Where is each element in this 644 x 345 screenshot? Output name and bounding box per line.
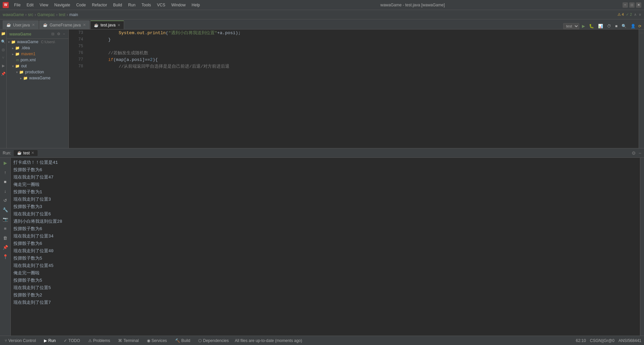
console-up-btn[interactable]: ↑ bbox=[2, 168, 9, 176]
run-tab-close[interactable]: ✕ bbox=[31, 151, 34, 155]
console-down-btn[interactable]: ↓ bbox=[2, 187, 9, 195]
tab-close-user[interactable]: ✕ bbox=[32, 23, 35, 27]
todo-btn[interactable]: ✓ TODO bbox=[62, 338, 82, 344]
console-pin2-btn[interactable]: 📍 bbox=[2, 253, 9, 260]
menu-file[interactable]: File bbox=[11, 2, 23, 8]
console-rerun-btn[interactable]: ↺ bbox=[2, 197, 9, 204]
debug-button[interactable]: 🐛 bbox=[588, 23, 595, 29]
run-button[interactable]: ▶ bbox=[581, 23, 586, 29]
tree-pom[interactable]: m pom.xml bbox=[7, 57, 68, 63]
arrow-icon: ▸ bbox=[12, 46, 14, 50]
menu-build[interactable]: Build bbox=[110, 2, 125, 8]
tree-minimize-btn[interactable]: − bbox=[62, 31, 66, 37]
encoding-info[interactable]: CSGN||Gr@0 bbox=[590, 338, 614, 343]
tab-test-java[interactable]: ☕ test.java ✕ bbox=[90, 20, 124, 29]
minimize-button[interactable]: − bbox=[623, 2, 628, 8]
todo-icon: ✓ bbox=[64, 338, 67, 343]
build-btn[interactable]: 🔨 Build bbox=[173, 338, 193, 344]
menu-edit[interactable]: Edit bbox=[24, 2, 36, 8]
menu-tools[interactable]: Tools bbox=[139, 2, 154, 8]
run-icon[interactable]: ▶ bbox=[1, 63, 6, 68]
bottom-panel: Run: ☕ test ✕ ⚙ − ▶ ↑ ■ ↓ ↺ 🔧 📷 ≡ 🗑 📌 📍 … bbox=[0, 148, 644, 336]
menu-run[interactable]: Run bbox=[125, 2, 138, 8]
console-line: 现在我走到了位置3 bbox=[13, 196, 637, 203]
code-area[interactable]: 73 System.out.println("遇到小白将我送到位置"+a.pos… bbox=[69, 29, 639, 148]
tree-production[interactable]: ▾ 📁 production bbox=[7, 69, 68, 75]
tab-user-java[interactable]: ☕ User.java ✕ bbox=[3, 20, 39, 29]
nav-icon[interactable]: ◎ bbox=[1, 47, 6, 52]
run-with-coverage[interactable]: 📊 bbox=[597, 23, 604, 29]
menu-navigate[interactable]: Navigate bbox=[52, 2, 73, 8]
close-button[interactable]: ✕ bbox=[636, 2, 641, 8]
panel-settings-btn[interactable]: ⚙ bbox=[632, 150, 636, 156]
menu-view[interactable]: View bbox=[37, 2, 51, 8]
bottom-toolbar: ⑂ Version Control ▶ Run ✓ TODO ⚠ Problem… bbox=[0, 336, 644, 345]
tree-root[interactable]: ▾ 📁 wawaGame C:\Users\ bbox=[7, 39, 68, 45]
warning-count: ⚠ 4 bbox=[618, 12, 624, 17]
run-config-select[interactable]: test bbox=[563, 23, 579, 29]
panel-minimize-btn[interactable]: − bbox=[639, 150, 641, 156]
console-line: 投掷骰子数为2 bbox=[13, 292, 637, 299]
pin-icon[interactable]: 📌 bbox=[1, 71, 6, 76]
run-tab-test[interactable]: ☕ test ✕ bbox=[14, 150, 37, 156]
tab-close-gameframe[interactable]: ✕ bbox=[83, 23, 86, 27]
panel-header: Run: ☕ test ✕ ⚙ − bbox=[0, 148, 644, 158]
menu-help[interactable]: Help bbox=[189, 2, 203, 8]
console-output[interactable]: 打卡成功！！位置是41投掷骰子数为6现在我走到了位置47俺走完一圈啦投掷骰子数为… bbox=[11, 158, 640, 336]
run-tab-icon: ☕ bbox=[17, 151, 22, 155]
terminal-btn[interactable]: ⌘ Terminal bbox=[116, 338, 141, 344]
console-camera-btn[interactable]: 📷 bbox=[2, 215, 9, 223]
cursor-position[interactable]: 62:10 bbox=[576, 338, 586, 343]
console-trash-btn[interactable]: 🗑 bbox=[2, 234, 9, 242]
breadcrumb-gamepac[interactable]: Gamepac bbox=[37, 12, 55, 17]
git-icon[interactable]: ⑂ bbox=[1, 55, 6, 60]
console-sidebar: ▶ ↑ ■ ↓ ↺ 🔧 📷 ≡ 🗑 📌 📍 bbox=[0, 158, 11, 336]
profile-button[interactable]: ⏱ bbox=[606, 23, 612, 29]
line-info[interactable]: ANSI568441 bbox=[619, 338, 641, 343]
tab-close-test[interactable]: ✕ bbox=[117, 23, 120, 27]
console-line: 投掷骰子数为3 bbox=[13, 203, 637, 211]
version-control-btn[interactable]: ⑂ Version Control bbox=[3, 338, 38, 344]
breadcrumb-main[interactable]: main bbox=[69, 12, 78, 17]
tree-out[interactable]: ▾ 📁 out bbox=[7, 63, 68, 69]
console-layout-btn[interactable]: ≡ bbox=[2, 225, 9, 232]
collapse-icon[interactable]: ∧ bbox=[634, 12, 637, 17]
services-btn[interactable]: ◉ Services bbox=[145, 338, 169, 344]
structure-icon[interactable]: 🔍 bbox=[1, 39, 6, 44]
breadcrumb-test[interactable]: test bbox=[59, 12, 65, 17]
tree-idea[interactable]: ▸ 📁 .idea bbox=[7, 45, 68, 51]
update-icon[interactable]: ⟳ bbox=[638, 24, 641, 28]
breadcrumb-project[interactable]: wawaGame bbox=[3, 12, 24, 17]
tree-maven[interactable]: ▸ 📁 maven1 bbox=[7, 51, 68, 57]
search-everywhere[interactable]: 🔍 bbox=[620, 23, 628, 29]
console-tools-btn[interactable]: 🔧 bbox=[2, 206, 9, 213]
console-stop-btn[interactable]: ■ bbox=[2, 178, 9, 185]
run-tool-btn[interactable]: ▶ Run bbox=[42, 338, 58, 344]
menu-code[interactable]: Code bbox=[73, 2, 89, 8]
console-pin-btn[interactable]: 📌 bbox=[2, 244, 9, 251]
menu-window[interactable]: Window bbox=[169, 2, 189, 8]
console-run-btn[interactable]: ▶ bbox=[2, 159, 9, 166]
project-icon[interactable]: 📁 bbox=[1, 31, 6, 36]
collapse-all-btn[interactable]: ⊟ bbox=[51, 31, 55, 37]
stop-button[interactable]: ■ bbox=[614, 23, 619, 29]
tab-gameframe-java[interactable]: ☕ GameFrame.java ✕ bbox=[39, 20, 90, 29]
menu-refactor[interactable]: Refactor bbox=[89, 2, 110, 8]
tree-wawagame[interactable]: ▸ 📁 wawaGame bbox=[7, 75, 68, 81]
dependencies-btn[interactable]: ⬡ Dependencies bbox=[196, 338, 231, 344]
code-editor: 73 System.out.println("遇到小白将我送到位置"+a.pos… bbox=[69, 29, 639, 148]
code-line-75: 75 bbox=[69, 43, 639, 50]
java-file-icon3: ☕ bbox=[94, 23, 99, 27]
expand-icon[interactable]: ∨ bbox=[639, 12, 641, 17]
ok-count: ✓ 2 bbox=[626, 12, 632, 17]
menu-vcs[interactable]: VCS bbox=[154, 2, 168, 8]
console-line: 投掷骰子数为5 bbox=[13, 277, 637, 284]
console-line: 遇到小白将我送到位置28 bbox=[13, 218, 637, 225]
user-icon[interactable]: 👤 bbox=[629, 23, 637, 29]
tree-header: wawaGame ⊟ ⚙ − bbox=[7, 29, 68, 39]
settings-btn[interactable]: ⚙ bbox=[56, 31, 61, 37]
maximize-button[interactable]: □ bbox=[629, 2, 635, 8]
breadcrumb-src[interactable]: src bbox=[28, 12, 33, 17]
problems-btn[interactable]: ⚠ Problems bbox=[86, 338, 112, 344]
console-line: 现在我走到了位置34 bbox=[13, 233, 637, 240]
